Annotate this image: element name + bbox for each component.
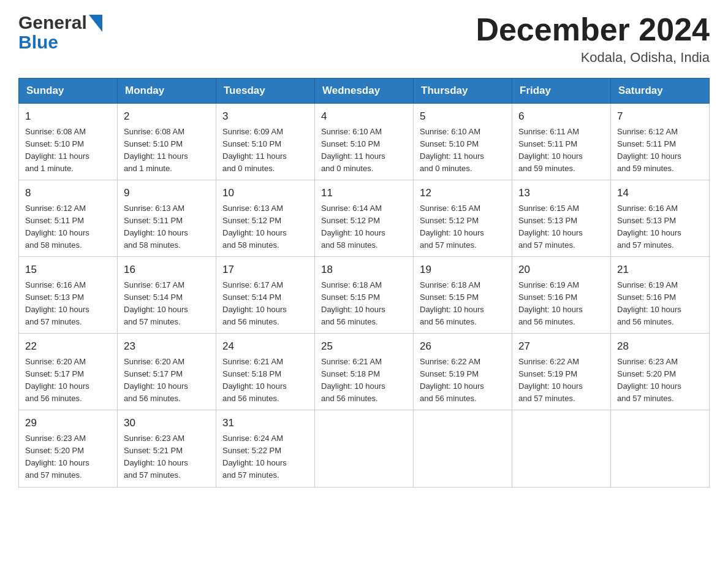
table-row: 5 Sunrise: 6:10 AMSunset: 5:10 PMDayligh… [414, 104, 512, 180]
day-info: Sunrise: 6:17 AMSunset: 5:14 PMDaylight:… [124, 280, 188, 326]
table-row: 29 Sunrise: 6:23 AMSunset: 5:20 PMDaylig… [19, 410, 118, 487]
day-info: Sunrise: 6:18 AMSunset: 5:15 PMDaylight:… [321, 280, 385, 326]
day-number: 22 [25, 339, 111, 354]
day-number: 4 [321, 109, 407, 124]
day-info: Sunrise: 6:22 AMSunset: 5:19 PMDaylight:… [420, 357, 484, 403]
day-number: 19 [420, 262, 506, 278]
day-info: Sunrise: 6:10 AMSunset: 5:10 PMDaylight:… [420, 127, 484, 173]
day-number: 14 [617, 185, 703, 201]
table-row: 10 Sunrise: 6:13 AMSunset: 5:12 PMDaylig… [216, 180, 315, 257]
calendar-week-row: 8 Sunrise: 6:12 AMSunset: 5:11 PMDayligh… [19, 180, 710, 257]
table-row: 25 Sunrise: 6:21 AMSunset: 5:18 PMDaylig… [315, 334, 414, 410]
table-row: 2 Sunrise: 6:08 AMSunset: 5:10 PMDayligh… [118, 104, 216, 180]
table-row: 6 Sunrise: 6:11 AMSunset: 5:11 PMDayligh… [512, 104, 611, 180]
day-number: 7 [617, 109, 703, 124]
header-thursday: Thursday [414, 79, 512, 104]
day-info: Sunrise: 6:19 AMSunset: 5:16 PMDaylight:… [617, 280, 681, 326]
table-row: 11 Sunrise: 6:14 AMSunset: 5:12 PMDaylig… [315, 180, 414, 257]
day-number: 10 [222, 185, 308, 201]
day-info: Sunrise: 6:21 AMSunset: 5:18 PMDaylight:… [321, 357, 385, 403]
day-number: 6 [518, 109, 604, 124]
day-number: 31 [222, 415, 308, 431]
day-number: 30 [124, 415, 210, 431]
header-tuesday: Tuesday [216, 79, 315, 104]
title-section: December 2024 Kodala, Odisha, India [476, 12, 710, 66]
table-row: 4 Sunrise: 6:10 AMSunset: 5:10 PMDayligh… [315, 104, 414, 180]
day-number: 11 [321, 185, 407, 201]
table-row: 24 Sunrise: 6:21 AMSunset: 5:18 PMDaylig… [216, 334, 315, 410]
day-info: Sunrise: 6:16 AMSunset: 5:13 PMDaylight:… [617, 204, 681, 250]
table-row: 12 Sunrise: 6:15 AMSunset: 5:12 PMDaylig… [414, 180, 512, 257]
logo-blue-text: Blue [18, 33, 102, 52]
location: Kodala, Odisha, India [476, 50, 710, 66]
month-title: December 2024 [476, 12, 710, 47]
logo-general-text: General [18, 12, 87, 33]
table-row: 31 Sunrise: 6:24 AMSunset: 5:22 PMDaylig… [216, 410, 315, 487]
day-info: Sunrise: 6:15 AMSunset: 5:12 PMDaylight:… [420, 204, 484, 250]
table-row: 13 Sunrise: 6:15 AMSunset: 5:13 PMDaylig… [512, 180, 611, 257]
table-row: 9 Sunrise: 6:13 AMSunset: 5:11 PMDayligh… [118, 180, 216, 257]
day-info: Sunrise: 6:20 AMSunset: 5:17 PMDaylight:… [124, 357, 188, 403]
day-number: 16 [124, 262, 210, 278]
day-number: 24 [222, 339, 308, 354]
calendar-week-row: 22 Sunrise: 6:20 AMSunset: 5:17 PMDaylig… [19, 334, 710, 410]
table-row [611, 410, 710, 487]
table-row: 22 Sunrise: 6:20 AMSunset: 5:17 PMDaylig… [19, 334, 118, 410]
day-info: Sunrise: 6:22 AMSunset: 5:19 PMDaylight:… [518, 357, 583, 403]
day-info: Sunrise: 6:16 AMSunset: 5:13 PMDaylight:… [25, 280, 89, 326]
day-info: Sunrise: 6:17 AMSunset: 5:14 PMDaylight:… [222, 280, 287, 326]
header-monday: Monday [118, 79, 216, 104]
table-row: 15 Sunrise: 6:16 AMSunset: 5:13 PMDaylig… [19, 257, 118, 334]
table-row: 26 Sunrise: 6:22 AMSunset: 5:19 PMDaylig… [414, 334, 512, 410]
table-row: 21 Sunrise: 6:19 AMSunset: 5:16 PMDaylig… [611, 257, 710, 334]
table-row: 1 Sunrise: 6:08 AMSunset: 5:10 PMDayligh… [19, 104, 118, 180]
day-number: 5 [420, 109, 506, 124]
day-number: 28 [617, 339, 703, 354]
header-wednesday: Wednesday [315, 79, 414, 104]
table-row: 7 Sunrise: 6:12 AMSunset: 5:11 PMDayligh… [611, 104, 710, 180]
calendar-header-row: Sunday Monday Tuesday Wednesday Thursday… [19, 79, 710, 104]
day-number: 20 [518, 262, 604, 278]
day-number: 25 [321, 339, 407, 354]
day-number: 13 [518, 185, 604, 201]
day-info: Sunrise: 6:18 AMSunset: 5:15 PMDaylight:… [420, 280, 484, 326]
day-number: 12 [420, 185, 506, 201]
day-info: Sunrise: 6:13 AMSunset: 5:11 PMDaylight:… [124, 204, 188, 250]
table-row [512, 410, 611, 487]
table-row: 14 Sunrise: 6:16 AMSunset: 5:13 PMDaylig… [611, 180, 710, 257]
calendar-week-row: 29 Sunrise: 6:23 AMSunset: 5:20 PMDaylig… [19, 410, 710, 487]
table-row: 23 Sunrise: 6:20 AMSunset: 5:17 PMDaylig… [118, 334, 216, 410]
day-number: 3 [222, 109, 308, 124]
page-header: General Blue December 2024 Kodala, Odish… [18, 12, 710, 66]
table-row: 27 Sunrise: 6:22 AMSunset: 5:19 PMDaylig… [512, 334, 611, 410]
day-number: 23 [124, 339, 210, 354]
table-row: 17 Sunrise: 6:17 AMSunset: 5:14 PMDaylig… [216, 257, 315, 334]
day-info: Sunrise: 6:24 AMSunset: 5:22 PMDaylight:… [222, 434, 287, 480]
day-number: 2 [124, 109, 210, 124]
table-row: 28 Sunrise: 6:23 AMSunset: 5:20 PMDaylig… [611, 334, 710, 410]
day-info: Sunrise: 6:09 AMSunset: 5:10 PMDaylight:… [222, 127, 287, 173]
table-row: 30 Sunrise: 6:23 AMSunset: 5:21 PMDaylig… [118, 410, 216, 487]
header-friday: Friday [512, 79, 611, 104]
table-row: 18 Sunrise: 6:18 AMSunset: 5:15 PMDaylig… [315, 257, 414, 334]
day-info: Sunrise: 6:23 AMSunset: 5:21 PMDaylight:… [124, 434, 188, 480]
day-number: 15 [25, 262, 111, 278]
day-number: 18 [321, 262, 407, 278]
day-info: Sunrise: 6:13 AMSunset: 5:12 PMDaylight:… [222, 204, 287, 250]
table-row [414, 410, 512, 487]
table-row: 19 Sunrise: 6:18 AMSunset: 5:15 PMDaylig… [414, 257, 512, 334]
day-number: 29 [25, 415, 111, 431]
table-row [315, 410, 414, 487]
day-number: 21 [617, 262, 703, 278]
header-sunday: Sunday [19, 79, 118, 104]
day-info: Sunrise: 6:12 AMSunset: 5:11 PMDaylight:… [617, 127, 681, 173]
day-number: 26 [420, 339, 506, 354]
day-info: Sunrise: 6:08 AMSunset: 5:10 PMDaylight:… [124, 127, 188, 173]
day-info: Sunrise: 6:12 AMSunset: 5:11 PMDaylight:… [25, 204, 89, 250]
table-row: 8 Sunrise: 6:12 AMSunset: 5:11 PMDayligh… [19, 180, 118, 257]
logo-triangle-icon [89, 15, 102, 32]
calendar-week-row: 1 Sunrise: 6:08 AMSunset: 5:10 PMDayligh… [19, 104, 710, 180]
day-info: Sunrise: 6:20 AMSunset: 5:17 PMDaylight:… [25, 357, 89, 403]
day-info: Sunrise: 6:14 AMSunset: 5:12 PMDaylight:… [321, 204, 385, 250]
svg-marker-0 [89, 15, 102, 32]
